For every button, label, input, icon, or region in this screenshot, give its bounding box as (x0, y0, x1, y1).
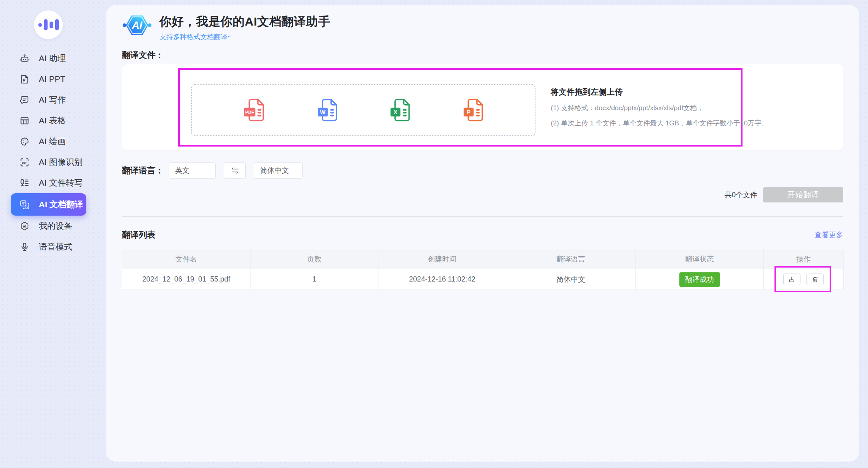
target-language-select[interactable]: 简体中文 (254, 163, 303, 178)
svg-text:P: P (23, 78, 26, 82)
pdf-file-icon: PDF (243, 98, 265, 123)
sidebar-item-ai-doc-translate[interactable]: 中 A AI 文档翻译 (11, 193, 86, 216)
svg-text:P: P (467, 109, 471, 115)
svg-text:AI: AI (23, 224, 26, 228)
sidebar-item-ai-image-recognition[interactable]: ocr AI 图像识别 (0, 152, 106, 173)
page-subtitle: 支持多种格式文档翻译~ (159, 32, 330, 42)
sidebar: AI 助理 P AI PPT AI 写作 AI 表格 (0, 0, 106, 468)
trash-icon (812, 276, 819, 283)
ppt-file-color-icon: P (462, 98, 484, 123)
sidebar-item-ai-assistant[interactable]: AI 助理 (0, 48, 106, 69)
delete-button[interactable] (806, 274, 824, 285)
col-language: 翻译语言 (506, 249, 636, 269)
translation-table-wrap: 文件名 页数 创建时间 翻译语言 翻译状态 操作 2024_12_06_19_0… (122, 249, 843, 290)
upload-card: PDF W X (122, 64, 843, 151)
palette-icon (19, 136, 30, 147)
sidebar-item-voice-mode[interactable]: 语音模式 (0, 236, 106, 257)
sidebar-item-label: AI 文档翻译 (39, 199, 83, 210)
svg-text:X: X (394, 109, 398, 115)
sidebar-item-label: AI 写作 (39, 94, 66, 105)
source-language-value: 英文 (175, 166, 189, 175)
ppt-file-icon: P (19, 74, 30, 85)
translation-table: 文件名 页数 创建时间 翻译语言 翻译状态 操作 2024_12_06_19_0… (122, 249, 844, 290)
waveform-logo (38, 23, 42, 27)
sidebar-item-label: AI 图像识别 (39, 157, 83, 168)
cell-pages: 1 (251, 269, 378, 290)
col-created: 创建时间 (378, 249, 506, 269)
upload-instructions: 将文件拖到左侧上传 (1) 支持格式：docx/doc/pptx/ppt/xls… (551, 87, 768, 128)
upload-instructions-line2: (2) 单次上传 1 个文件，单个文件最大 1GB，单个文件字数小于10万字。 (551, 119, 768, 128)
page-title: 你好，我是你的AI文档翻译助手 (159, 14, 330, 30)
col-pages: 页数 (251, 249, 378, 269)
ai-hexagon-avatar: AI (122, 10, 152, 40)
sidebar-item-label: 语音模式 (39, 241, 72, 252)
download-icon (788, 276, 795, 283)
sidebar-nav: AI 助理 P AI PPT AI 写作 AI 表格 (0, 48, 106, 257)
assistant-header: AI 你好，我是你的AI文档翻译助手 支持多种格式文档翻译~ (122, 10, 843, 42)
target-language-value: 简体中文 (260, 166, 289, 175)
table-header-row: 文件名 页数 创建时间 翻译语言 翻译状态 操作 (122, 249, 844, 269)
sidebar-item-label: AI 助理 (39, 53, 66, 64)
col-actions: 操作 (764, 249, 844, 269)
svg-text:PDF: PDF (245, 110, 254, 115)
title-block: 你好，我是你的AI文档翻译助手 支持多种格式文档翻译~ (159, 10, 330, 42)
start-translate-button[interactable]: 开始翻译 (763, 187, 843, 202)
cell-language: 简体中文 (506, 269, 636, 290)
svg-text:W: W (320, 109, 325, 115)
microphone-icon (19, 242, 30, 252)
ocr-scan-icon: ocr (19, 157, 30, 168)
col-status: 翻译状态 (636, 249, 764, 269)
upload-instructions-title: 将文件拖到左侧上传 (551, 87, 768, 97)
svg-text:A: A (25, 205, 28, 209)
word-file-icon: W (316, 98, 338, 123)
translate-icon: 中 A (19, 199, 30, 210)
sidebar-item-label: AI 文件转写 (39, 177, 83, 188)
file-count-text: 共0个文件 (725, 190, 757, 200)
excel-file-icon: X (388, 98, 411, 123)
status-badge: 翻译成功 (679, 272, 720, 287)
download-button[interactable] (783, 274, 800, 285)
writing-doc-icon (19, 95, 30, 105)
upload-section-label: 翻译文件： (122, 50, 843, 61)
robot-icon (19, 53, 30, 64)
cell-status: 翻译成功 (636, 269, 764, 290)
swap-languages-button[interactable] (224, 163, 246, 178)
app-logo (34, 10, 63, 39)
actions-row: 共0个文件 开始翻译 (122, 187, 843, 202)
sidebar-item-label: AI PPT (39, 74, 66, 84)
sidebar-item-my-devices[interactable]: AI 我的设备 (0, 216, 106, 236)
sidebar-item-label: AI 表格 (39, 115, 66, 126)
sidebar-item-ai-writing[interactable]: AI 写作 (0, 89, 106, 110)
cell-actions (764, 269, 844, 290)
language-label: 翻译语言： (122, 165, 164, 176)
main-panel: AI 你好，我是你的AI文档翻译助手 支持多种格式文档翻译~ 翻译文件： PDF (106, 5, 859, 462)
section-divider (122, 216, 843, 217)
cell-created: 2024-12-16 11:02:42 (378, 269, 506, 290)
table-grid-icon (19, 115, 30, 126)
sidebar-item-label: AI 绘画 (39, 136, 66, 147)
upload-instructions-line1: (1) 支持格式：docx/doc/pptx/ppt/xlsx/xls/pdf文… (551, 103, 768, 113)
sidebar-item-label: 我的设备 (39, 220, 72, 232)
sidebar-item-ai-painting[interactable]: AI 绘画 (0, 131, 106, 152)
file-dropzone[interactable]: PDF W X (191, 84, 536, 136)
language-row: 翻译语言： 英文 简体中文 (122, 163, 843, 178)
translation-list-title: 翻译列表 (122, 229, 155, 240)
sidebar-item-ai-table[interactable]: AI 表格 (0, 110, 106, 131)
avatar-text: AI (131, 19, 143, 31)
swap-arrows-icon (231, 167, 239, 174)
translation-list-header: 翻译列表 查看更多 (122, 229, 843, 240)
sidebar-item-ai-file-transcribe[interactable]: AI 文件转写 (0, 173, 106, 193)
source-language-select[interactable]: 英文 (169, 163, 216, 178)
svg-text:ocr: ocr (22, 161, 27, 164)
device-ai-icon: AI (19, 221, 30, 232)
sidebar-item-ai-ppt[interactable]: P AI PPT (0, 69, 106, 89)
mic-doc-icon (19, 178, 30, 188)
col-filename: 文件名 (122, 249, 251, 269)
table-row: 2024_12_06_19_01_55.pdf 1 2024-12-16 11:… (122, 269, 844, 290)
view-more-link[interactable]: 查看更多 (814, 230, 843, 240)
cell-filename: 2024_12_06_19_01_55.pdf (122, 269, 251, 290)
